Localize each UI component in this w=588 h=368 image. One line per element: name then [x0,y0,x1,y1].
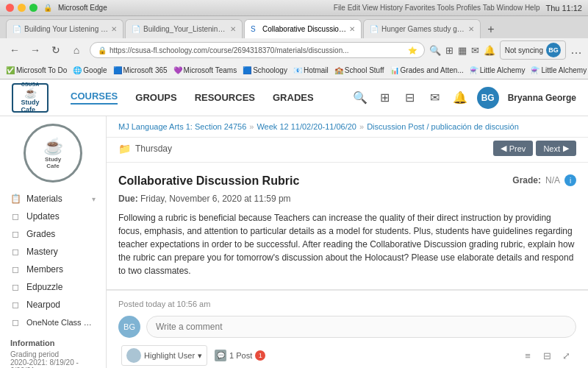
bookmark-school-stuff[interactable]: 🏫School Stuff [334,66,384,74]
materials-icon: 📋 [10,194,21,204]
forward-button[interactable]: → [26,41,44,59]
grade-label: Grade: [512,175,541,185]
sidebar-item-materials[interactable]: 📋 Materials ▾ [0,190,106,208]
user-name: Bryanna George [508,93,576,103]
header-search-icon[interactable]: 🔍 [352,90,368,106]
course-logo: ☕ Study Cafe [24,124,82,183]
nav-resources[interactable]: RESOURCES [195,92,255,103]
bookmark-m365[interactable]: 🟦Microsoft 365 [113,66,168,74]
tab-4-close[interactable]: ✕ [468,25,474,33]
bookmark-schoology[interactable]: 🟦Schoology [243,66,287,74]
comment-toolbar: Highlight User ▾ 💬 1 Post 1 ≡ ⊟ ⤢ [118,345,576,366]
schoology-header: CSUSA ☕ StudyCafe COURSES GROUPS RESOURC… [0,79,588,116]
tab-4[interactable]: 📄 Hunger Games study guide F... ✕ [363,19,481,38]
sidebar-label-grades: Grades [26,229,55,239]
bookmarks-bar: ✅Microsoft To Do 🌐Google 🟦Microsoft 365 … [0,62,588,79]
tab-3-close[interactable]: ✕ [349,25,355,33]
tab-2[interactable]: 📄 Building_Your_Listening_Skil... ✕ [125,19,243,38]
browser-user-avatar: BG [546,43,561,57]
notification-icon[interactable]: 🔔 [484,45,495,56]
fullscreen-button[interactable] [29,4,37,12]
breadcrumb-course[interactable]: MJ Language Arts 1: Section 24756 [118,122,246,131]
minimize-button[interactable] [18,4,26,12]
highlight-user-button[interactable]: Highlight User ▾ [121,345,207,366]
sync-button[interactable]: Not syncing BG [500,40,566,60]
tab-1[interactable]: 📄 Building Your Listening Skills ... ✕ [6,19,123,38]
header-grid-icon[interactable]: ⊞ [377,90,393,106]
sidebar-item-onenote[interactable]: ◻ OneNote Class Notebo... [0,314,106,331]
titlebar-icons: File Edit View History Favorites Tools P… [334,4,540,12]
sidebar-item-updates[interactable]: ◻ Updates [0,208,106,225]
post-header: Collaborative Discussion Rubric Grade: N… [118,174,576,188]
grid-view-icon[interactable]: ⊟ [539,348,554,363]
tab-4-label: Hunger Games study guide F... [381,25,465,33]
list-view-icon[interactable]: ≡ [520,348,535,363]
header-bell-icon[interactable]: 🔔 [452,90,468,106]
settings-icon[interactable]: … [570,43,582,57]
post-title: Collaborative Discussion Rubric [118,174,299,188]
post-body: Following a rubric is beneficial because… [118,211,576,277]
collections-icon[interactable]: ⊞ [445,45,453,56]
posted-info: Posted today at 10:56 am [118,300,576,308]
home-button[interactable]: ⌂ [68,41,85,59]
header-mail-icon[interactable]: ✉ [427,90,443,106]
sidebar-item-mastery[interactable]: ◻ Mastery [0,243,106,261]
breadcrumb-sep-2: » [359,122,364,131]
grade-badge: Grade: N/A i [512,174,576,186]
url-bar[interactable]: 🔒 https://csusa-fl.schoology.com/course/… [90,42,425,58]
bookmark-alchemy[interactable]: ⚗️Little Alchemy [470,66,526,74]
bookmark-teams[interactable]: 💜Microsoft Teams [173,66,237,74]
expand-icon[interactable]: ⤢ [559,348,573,363]
bookmark-grades[interactable]: 📊Grades and Atten... [390,66,464,74]
close-button[interactable] [6,4,14,12]
sidebar-item-grades[interactable]: ◻ Grades [0,225,106,243]
tab-1-favicon: 📄 [12,25,21,34]
sidebar-item-nearpod[interactable]: ◻ Nearpod [0,296,106,314]
breadcrumb-week[interactable]: Week 12 11/02/20-11/06/20 [257,122,356,131]
sidebar-label-edpuzzle: Edpuzzle [26,282,62,292]
header-apps-icon[interactable]: ⊟ [402,90,418,106]
grade-info-icon[interactable]: i [564,174,576,186]
user-avatar[interactable]: BG [477,87,499,109]
tab-1-close[interactable]: ✕ [111,25,117,33]
tab-2-close[interactable]: ✕ [230,25,236,33]
comment-input-row: BG [118,316,576,338]
search-icon[interactable]: 🔍 [429,45,441,56]
nearpod-icon: ◻ [10,300,21,310]
sidebar-item-members[interactable]: ◻ Members [0,261,106,278]
bookmark-google[interactable]: 🌐Google [73,66,107,74]
due-date: Due: Friday, November 6, 2020 at 11:59 p… [118,194,576,204]
post-container: Collaborative Discussion Rubric Grade: N… [107,163,588,290]
breadcrumb-current[interactable]: Discussion Post / publicación de discusi… [367,122,519,131]
mail-icon[interactable]: ✉ [471,45,479,56]
nav-groups[interactable]: GROUPS [135,92,176,103]
back-button[interactable]: ← [6,41,24,59]
tab-3[interactable]: S Collaborative Discussion Rub... ✕ [244,19,362,38]
post-count-badge: 1 [255,350,265,361]
next-button[interactable]: Next ▶ [536,141,576,156]
sidebar-icon[interactable]: ▦ [458,45,467,56]
due-prefix: Due: [118,194,138,204]
prev-button[interactable]: ◀ Prev [493,141,534,156]
bookmark-alchemy2[interactable]: ⚗️Little Alchemy 2 [531,66,588,74]
breadcrumb: MJ Language Arts 1: Section 24756 » Week… [107,116,588,138]
tab-4-favicon: 📄 [370,25,379,34]
tab-2-favicon: 📄 [132,25,140,34]
edpuzzle-icon: ◻ [10,282,21,292]
sidebar-label-materials: Materials [26,194,62,204]
nav-grades[interactable]: GRADES [273,92,314,103]
tab-bar: 📄 Building Your Listening Skills ... ✕ 📄… [0,16,588,38]
post-count-icon: 💬 [215,350,226,361]
new-tab-button[interactable]: + [482,21,500,38]
nav-courses[interactable]: COURSES [71,91,118,105]
content-area: ☕ Study Cafe 📋 Materials ▾ ◻ Updates ◻ G… [0,116,588,368]
sidebar-item-edpuzzle[interactable]: ◻ Edpuzzle [0,278,106,296]
bookmark-todo[interactable]: ✅Microsoft To Do [6,66,67,74]
refresh-button[interactable]: ↻ [47,41,65,59]
comment-input[interactable] [146,316,576,338]
bookmark-hotmail[interactable]: 📧Hotmail [293,66,329,74]
comment-user-avatar: BG [118,316,140,338]
comment-section: Posted today at 10:56 am BG Highlight Us… [107,290,588,368]
tab-3-label: Collaborative Discussion Rub... [262,25,346,33]
folder-icon: 📁 [118,143,131,155]
